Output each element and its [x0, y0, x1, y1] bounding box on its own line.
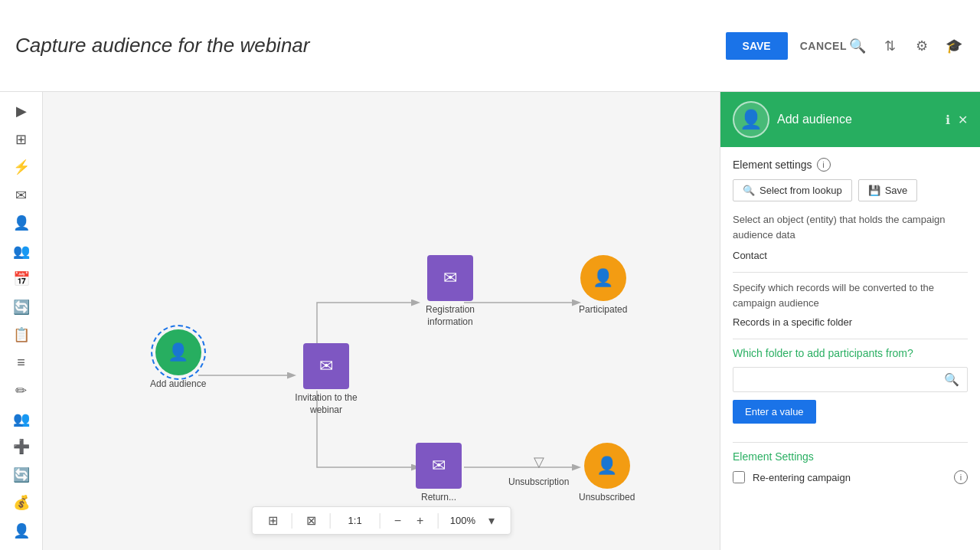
- element-settings-label: Element settings: [733, 159, 812, 171]
- re-entering-label: Re-entering campaign: [753, 472, 946, 483]
- sidebar-user-icon[interactable]: 👤: [8, 519, 35, 543]
- grid-view-button[interactable]: ⊞: [263, 512, 283, 529]
- sidebar-list-icon[interactable]: 📋: [8, 323, 35, 347]
- sidebar-edit-icon[interactable]: ✏: [8, 379, 35, 403]
- header: Capture audience for the webinar SAVE CA…: [0, 0, 980, 92]
- registration-label: Registration information: [416, 304, 485, 328]
- filter-icon: ▽: [534, 453, 544, 470]
- cancel-button[interactable]: CANCEL: [800, 40, 847, 52]
- sort-icon[interactable]: ⇅: [879, 35, 900, 57]
- canvas[interactable]: 👤 Add audience ✉ Invitation to the webin…: [43, 92, 720, 550]
- divider-1: [292, 513, 292, 529]
- unsubscription-label: Unsubscription: [508, 476, 569, 489]
- help-icon[interactable]: 🎓: [943, 35, 965, 57]
- sidebar-refresh-icon[interactable]: 🔄: [8, 296, 35, 319]
- sidebar-sync-icon[interactable]: 🔄: [8, 463, 35, 487]
- sidebar-filter-icon[interactable]: ≡: [8, 352, 35, 375]
- panel-header: 👤 Add audience ℹ ✕: [720, 92, 980, 147]
- page-title: Capture audience for the webinar: [15, 34, 726, 57]
- enter-value-button[interactable]: Enter a value: [733, 400, 816, 424]
- zoom-dropdown-button[interactable]: ▾: [484, 512, 499, 529]
- re-entering-row: Re-entering campaign i: [733, 470, 968, 484]
- participated-label: Participated: [579, 304, 627, 316]
- folder-search-icon: 🔍: [944, 372, 959, 387]
- registration-rect: ✉: [427, 255, 473, 301]
- sidebar-selection-icon[interactable]: ⊞: [8, 128, 35, 152]
- save-icon: 💾: [868, 185, 880, 196]
- save-button[interactable]: SAVE: [726, 32, 788, 60]
- search-icon-small: 🔍: [743, 185, 755, 196]
- unsubscription-node[interactable]: ▽ Unsubscription: [508, 450, 569, 489]
- sidebar-calendar-icon[interactable]: 📅: [8, 267, 35, 291]
- panel-header-avatar: 👤: [733, 101, 769, 138]
- unsubscribed-circle: 👤: [584, 443, 630, 489]
- registration-node[interactable]: ✉ Registration information: [416, 255, 485, 328]
- panel-info-icon[interactable]: ℹ: [946, 113, 950, 127]
- folder-search-input[interactable]: [741, 374, 944, 385]
- sidebar-trigger-icon[interactable]: ⚡: [8, 156, 35, 179]
- invitation-rect: ✉: [303, 343, 349, 389]
- divider-2: [330, 513, 331, 529]
- return-label: Return...: [421, 492, 456, 504]
- zoom-percent: 100%: [447, 515, 478, 526]
- zoom-out-button[interactable]: −: [390, 512, 406, 529]
- toolbar-icons: 🔍 ⇅ ⚙ 🎓: [847, 35, 965, 57]
- element-settings-title-2: Element Settings: [733, 450, 968, 463]
- add-audience-circle: 👤: [155, 329, 201, 375]
- add-audience-node[interactable]: 👤 Add audience: [150, 329, 206, 391]
- zoom-ratio: 1:1: [340, 515, 371, 526]
- panel-divider-1: [733, 272, 968, 273]
- records-in-folder-text: Records in a specific folder: [733, 316, 968, 328]
- unsubscribed-node[interactable]: 👤 Unsubscribed: [579, 443, 635, 504]
- right-panel: 👤 Add audience ℹ ✕ Element settings i 🔍 …: [720, 92, 980, 550]
- invitation-node[interactable]: ✉ Invitation to the webinar: [292, 343, 361, 416]
- specify-records-text: Specify which records will be converted …: [733, 280, 968, 310]
- re-entering-info-icon[interactable]: i: [954, 470, 968, 484]
- add-audience-label: Add audience: [150, 378, 206, 391]
- panel-divider-2: [733, 339, 968, 339]
- action-buttons: 🔍 Select from lookup 💾 Save: [733, 179, 968, 201]
- panel-close-icon[interactable]: ✕: [958, 113, 968, 127]
- return-node[interactable]: ✉ Return...: [416, 443, 462, 504]
- header-actions: SAVE CANCEL: [726, 32, 847, 60]
- entity-description-text: Select an object (entity) that holds the…: [733, 212, 968, 242]
- save-element-button[interactable]: 💾 Save: [858, 179, 918, 201]
- sidebar-cursor-icon[interactable]: ▶: [8, 100, 35, 123]
- folder-question-text: Which folder to add participants from?: [733, 347, 968, 359]
- search-icon[interactable]: 🔍: [847, 35, 868, 57]
- return-rect: ✉: [416, 443, 462, 489]
- panel-header-title: Add audience: [777, 113, 938, 126]
- sidebar-group-icon[interactable]: 👥: [8, 240, 35, 264]
- sidebar-contact-icon[interactable]: 👤: [8, 211, 35, 235]
- sidebar-add-icon[interactable]: ➕: [8, 435, 35, 459]
- folder-search-field[interactable]: 🔍: [733, 367, 968, 392]
- settings-icon[interactable]: ⚙: [911, 35, 933, 57]
- re-entering-checkbox[interactable]: [733, 471, 745, 483]
- participated-node[interactable]: 👤 Participated: [579, 255, 627, 316]
- fit-view-button[interactable]: ⊠: [302, 512, 321, 529]
- select-from-lookup-button[interactable]: 🔍 Select from lookup: [733, 179, 852, 201]
- sidebar-money-icon[interactable]: 💰: [8, 491, 35, 515]
- divider-4: [437, 513, 438, 529]
- element-settings-info-icon[interactable]: i: [817, 158, 831, 172]
- element-settings-section-title: Element settings i: [733, 158, 968, 172]
- participated-circle: 👤: [580, 255, 626, 301]
- canvas-bottom-toolbar: ⊞ ⊠ 1:1 − + 100% ▾: [252, 506, 511, 535]
- zoom-in-button[interactable]: +: [412, 512, 428, 529]
- contact-text: Contact: [733, 250, 968, 261]
- sidebar-people-icon[interactable]: 👥: [8, 408, 35, 431]
- panel-body: Element settings i 🔍 Select from lookup …: [720, 147, 980, 550]
- panel-header-icons: ℹ ✕: [946, 113, 968, 127]
- left-sidebar: ▶ ⊞ ⚡ ✉ 👤 👥 📅 🔄 📋 ≡ ✏ 👥 ➕ 🔄 💰 👤: [0, 92, 43, 550]
- panel-divider-3: [733, 442, 968, 443]
- invitation-label: Invitation to the webinar: [292, 392, 361, 416]
- sidebar-email-icon[interactable]: ✉: [8, 184, 35, 208]
- unsubscribed-label: Unsubscribed: [579, 492, 635, 504]
- main-layout: ▶ ⊞ ⚡ ✉ 👤 👥 📅 🔄 📋 ≡ ✏ 👥 ➕ 🔄 💰 👤: [0, 92, 980, 550]
- divider-3: [380, 513, 381, 529]
